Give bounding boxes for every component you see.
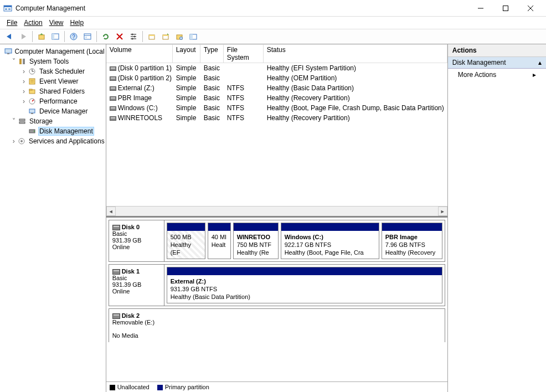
svg-point-26 (134, 36, 136, 38)
disk-info[interactable]: Disk 0 Basic 931.39 GB Online (109, 220, 164, 261)
expand-icon[interactable]: › (20, 78, 28, 85)
tools-icon (18, 57, 27, 66)
svg-rect-1 (4, 6, 12, 7)
volume-row[interactable]: External (Z:)SimpleBasicNTFSHealthy (Bas… (106, 83, 447, 93)
partition[interactable]: WINRETOO750 MB NTFHealthy (Re (233, 223, 279, 259)
hscrollbar[interactable]: ◄► (106, 206, 447, 216)
svg-rect-2 (5, 8, 7, 10)
svg-point-34 (180, 37, 183, 40)
svg-point-56 (34, 131, 35, 132)
tree-storage[interactable]: ˅Storage (0, 116, 106, 126)
close-button[interactable] (518, 0, 543, 16)
title-bar: Computer Management (0, 0, 546, 17)
refresh-button[interactable] (100, 30, 112, 43)
menu-file[interactable]: File (4, 19, 19, 27)
menu-help[interactable]: Help (68, 19, 86, 27)
disk-row[interactable]: Disk 2 Removable (E:) No Media (109, 308, 445, 342)
center-pane: Volume Layout Type File System Status (D… (106, 44, 448, 392)
show-hide-tree-button[interactable] (49, 30, 61, 43)
svg-point-27 (132, 38, 133, 40)
toolbar-separator (32, 31, 33, 42)
svg-marker-32 (167, 33, 169, 35)
col-type[interactable]: Type (200, 44, 224, 63)
tree-system-tools[interactable]: ˅System Tools (0, 56, 106, 66)
delete-button[interactable] (114, 30, 126, 43)
actions-pane: Actions Disk Management ▴ More Actions ▸ (448, 44, 546, 392)
collapse-icon[interactable]: ˅ (10, 58, 18, 65)
scroll-right-button[interactable]: ► (438, 207, 447, 216)
svg-marker-9 (22, 34, 26, 39)
col-volume[interactable]: Volume (106, 44, 173, 63)
svg-point-25 (132, 34, 133, 35)
svg-rect-18 (85, 37, 87, 38)
actions-section[interactable]: Disk Management ▴ (448, 57, 546, 69)
menu-action[interactable]: Action (22, 19, 44, 27)
back-button[interactable] (3, 30, 16, 43)
expand-icon[interactable]: › (10, 138, 17, 145)
expand-icon[interactable]: › (20, 88, 28, 95)
col-status[interactable]: Status (264, 44, 447, 63)
more-actions[interactable]: More Actions ▸ (448, 69, 546, 81)
menu-view[interactable]: View (47, 19, 66, 27)
svg-rect-37 (5, 49, 12, 53)
collapse-icon[interactable]: ˅ (10, 118, 18, 125)
tree-device-manager[interactable]: Device Manager (0, 106, 106, 116)
volume-row[interactable]: Windows (C:)SimpleBasicNTFSHealthy (Boot… (106, 103, 447, 113)
action3-button[interactable] (173, 30, 186, 43)
action2-button[interactable] (159, 30, 172, 43)
tree-task-scheduler[interactable]: ›Task Scheduler (0, 66, 106, 76)
disk-icon (112, 269, 120, 275)
scroll-left-button[interactable]: ◄ (106, 207, 116, 216)
toolbar-separator (142, 31, 143, 42)
disk-row[interactable]: Disk 0 Basic 931.39 GB Online 500 MBHeal… (109, 220, 445, 262)
partition[interactable]: 500 MBHealthy (EF (167, 223, 205, 259)
partition[interactable]: PBR Image7.96 GB NTFSHealthy (Recovery (382, 223, 442, 259)
volume-row[interactable]: (Disk 0 partition 2)SimpleBasicHealthy (… (106, 73, 447, 83)
disk-row[interactable]: Disk 1 Basic 931.39 GB Online External (… (109, 264, 445, 306)
minimize-button[interactable] (468, 0, 493, 16)
clock-icon (28, 67, 37, 76)
svg-text:?: ? (72, 34, 75, 40)
tree-disk-management[interactable]: Disk Management (0, 126, 106, 136)
tree-performance[interactable]: ›Performance (0, 96, 106, 106)
partition[interactable]: 40 MIHealt (208, 223, 231, 259)
drive-icon (110, 76, 116, 81)
tree-event-viewer[interactable]: ›Event Viewer (0, 76, 106, 86)
expand-icon[interactable]: › (20, 98, 28, 105)
disk-info[interactable]: Disk 1 Basic 931.39 GB Online (109, 265, 164, 306)
action4-button[interactable] (187, 30, 199, 43)
tree-services-apps[interactable]: ›Services and Applications (0, 136, 106, 146)
help-button[interactable]: ? (68, 30, 80, 43)
partition[interactable]: External (Z:)931.39 GB NTFSHealthy (Basi… (167, 267, 442, 303)
navigation-tree[interactable]: Computer Management (Local ˅System Tools… (0, 44, 106, 392)
col-layout[interactable]: Layout (173, 44, 200, 63)
col-filesystem[interactable]: File System (224, 44, 264, 63)
volume-row[interactable]: WINRETOOLSSimpleBasicNTFSHealthy (Recove… (106, 113, 447, 123)
action1-button[interactable] (146, 30, 158, 43)
legend: Unallocated Primary partition (106, 381, 447, 392)
services-icon (17, 137, 25, 146)
expand-icon[interactable]: › (20, 68, 28, 75)
disk-map[interactable]: Disk 0 Basic 931.39 GB Online 500 MBHeal… (106, 218, 447, 381)
volume-row[interactable]: (Disk 0 partition 1)SimpleBasicHealthy (… (106, 63, 447, 73)
tree-shared-folders[interactable]: ›Shared Folders (0, 86, 106, 96)
volume-row[interactable]: PBR ImageSimpleBasicNTFSHealthy (Recover… (106, 93, 447, 103)
svg-rect-13 (52, 34, 54, 39)
window-title: Computer Management (16, 4, 468, 12)
svg-rect-16 (84, 34, 91, 39)
maximize-button[interactable] (493, 0, 518, 16)
svg-rect-54 (19, 122, 25, 123)
volume-list[interactable]: Volume Layout Type File System Status (D… (106, 44, 447, 218)
forward-button[interactable] (17, 30, 29, 43)
disk-info[interactable]: Disk 2 Removable (E:) No Media (109, 309, 164, 342)
svg-rect-3 (8, 8, 11, 10)
properties-button[interactable] (81, 30, 94, 43)
partition[interactable]: Windows (C:)922.17 GB NTFSHealthy (Boot,… (281, 223, 379, 259)
volume-list-body[interactable]: (Disk 0 partition 1)SimpleBasicHealthy (… (106, 63, 447, 206)
settings-bars-button[interactable] (127, 30, 140, 43)
tree-root[interactable]: Computer Management (Local (0, 47, 106, 56)
app-icon (3, 4, 12, 13)
svg-rect-5 (503, 6, 508, 11)
svg-rect-31 (163, 35, 168, 36)
up-button[interactable] (35, 30, 48, 43)
